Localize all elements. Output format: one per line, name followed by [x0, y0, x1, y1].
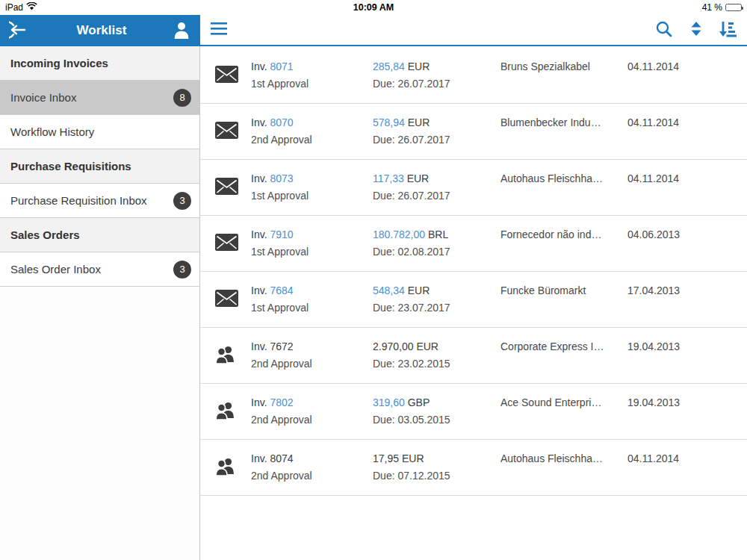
due-prefix: Due:	[373, 78, 395, 90]
invoice-amount[interactable]: 319,60	[373, 396, 405, 408]
invoice-id-cell: Inv. 8071 1st Approval	[251, 58, 373, 93]
row-icon-cell	[215, 457, 251, 479]
inv-prefix: Inv.	[251, 340, 267, 352]
invoice-id-cell: Inv. 7684 1st Approval	[251, 282, 373, 317]
vendor-cell: Autohaus Fleischha…	[500, 170, 627, 205]
sidebar-item-label: Purchase Requisition Inbox	[10, 194, 147, 207]
vendor-name: Ace Sound Enterpri…	[500, 394, 627, 411]
sidebar-items: Incoming Invoices Invoice Inbox 8 Workfl…	[0, 46, 199, 287]
currency-code: BRL	[428, 228, 448, 240]
due-prefix: Due:	[373, 134, 395, 146]
date-cell: 04.11.2014	[627, 58, 747, 93]
people-icon	[215, 345, 235, 367]
due-date: 03.05.2015	[397, 414, 450, 426]
due-prefix: Due:	[373, 414, 395, 426]
count-badge: 3	[173, 192, 191, 210]
invoice-row[interactable]: Inv. 7684 1st Approval 548,34 EUR Due: 2…	[200, 272, 747, 328]
amount-cell: 285,84 EUR Due: 26.07.2017	[373, 58, 500, 93]
invoice-number[interactable]: 7684	[270, 284, 293, 296]
amount-cell: 17,95 EUR Due: 07.12.2015	[373, 450, 500, 485]
invoice-number[interactable]: 8070	[270, 116, 293, 128]
row-icon-cell	[215, 66, 251, 86]
search-button[interactable]	[655, 20, 673, 40]
invoice-amount[interactable]: 2.970,00	[373, 340, 414, 352]
invoice-row[interactable]: Inv. 7802 2nd Approval 319,60 GBP Due: 0…	[200, 384, 747, 440]
sidebar-item-invoice-inbox[interactable]: Invoice Inbox 8	[0, 81, 199, 115]
sidebar-section-header: Purchase Requisitions	[0, 149, 199, 184]
approval-stage: 2nd Approval	[251, 355, 373, 373]
sidebar-section-header: Sales Orders	[0, 218, 199, 252]
sidebar: Worklist Incoming Invoices Invoice Inbox…	[0, 15, 200, 560]
invoice-row[interactable]: Inv. 8070 2nd Approval 578,94 EUR Due: 2…	[200, 104, 747, 160]
envelope-icon	[215, 234, 238, 254]
vendor-cell: Autohaus Fleischha…	[500, 450, 627, 485]
back-icon	[9, 19, 31, 43]
user-button[interactable]	[172, 19, 191, 43]
screen: iPad 10:09 AM 41 %	[0, 0, 747, 560]
due-date: 26.07.2017	[397, 134, 450, 146]
invoice-number[interactable]: 8074	[270, 452, 293, 464]
invoice-row[interactable]: Inv. 8074 2nd Approval 17,95 EUR Due: 07…	[200, 440, 747, 496]
amount-cell: 2.970,00 EUR Due: 23.02.2015	[373, 338, 500, 373]
inv-prefix: Inv.	[251, 116, 267, 128]
invoice-id-cell: Inv. 8074 2nd Approval	[251, 450, 373, 485]
vendor-name: Funcke Büromarkt	[500, 282, 627, 299]
sidebar-header: Worklist	[0, 15, 200, 46]
invoice-id-cell: Inv. 7910 1st Approval	[251, 226, 373, 261]
date-cell: 04.11.2014	[627, 114, 747, 149]
vendor-name: Blumenbecker Indu…	[500, 114, 627, 131]
vendor-name: Autohaus Fleischha…	[500, 170, 627, 187]
due-date: 23.07.2017	[397, 302, 450, 314]
row-icon-cell	[215, 401, 251, 423]
invoice-amount[interactable]: 117,33	[373, 172, 404, 184]
inv-prefix: Inv.	[251, 228, 267, 240]
sidebar-item-sales-order-inbox[interactable]: Sales Order Inbox 3	[0, 252, 199, 287]
invoice-number[interactable]: 7910	[270, 228, 293, 240]
invoice-number[interactable]: 7802	[270, 396, 293, 408]
envelope-icon	[215, 66, 238, 86]
invoice-row[interactable]: Inv. 8073 1st Approval 117,33 EUR Due: 2…	[200, 160, 747, 216]
hamburger-icon	[211, 22, 227, 37]
sort-button[interactable]	[719, 21, 737, 40]
currency-code: EUR	[416, 340, 438, 352]
amount-cell: 548,34 EUR Due: 23.07.2017	[373, 282, 500, 317]
group-button[interactable]	[691, 21, 701, 39]
currency-code: EUR	[408, 284, 430, 296]
sidebar-item-label: Invoice Inbox	[10, 91, 76, 104]
approval-stage: 2nd Approval	[251, 131, 373, 149]
inv-prefix: Inv.	[251, 452, 267, 464]
row-icon-cell	[215, 178, 251, 198]
invoice-number[interactable]: 8073	[270, 172, 293, 184]
vendor-cell: Fornecedor não ind…	[500, 226, 627, 261]
approval-stage: 2nd Approval	[251, 467, 373, 485]
invoice-row[interactable]: Inv. 8071 1st Approval 285,84 EUR Due: 2…	[200, 48, 747, 104]
invoice-amount[interactable]: 285,84	[373, 60, 405, 72]
invoice-number[interactable]: 8071	[270, 60, 293, 72]
sidebar-item-purchase-requisition-inbox[interactable]: Purchase Requisition Inbox 3	[0, 184, 199, 218]
invoice-amount[interactable]: 548,34	[373, 284, 405, 296]
vendor-name: Bruns Spezialkabel	[500, 58, 627, 75]
approval-stage: 1st Approval	[251, 75, 373, 93]
sidebar-item-workflow-history[interactable]: Workflow History	[0, 115, 199, 149]
invoice-amount[interactable]: 180.782,00	[373, 228, 425, 240]
document-date: 17.04.2013	[627, 282, 747, 299]
people-icon	[215, 401, 235, 423]
menu-button[interactable]	[211, 22, 227, 37]
invoice-id-cell: Inv. 8070 2nd Approval	[251, 114, 373, 149]
invoice-row[interactable]: Inv. 7910 1st Approval 180.782,00 BRL Du…	[200, 216, 747, 272]
invoice-row[interactable]: Inv. 7672 2nd Approval 2.970,00 EUR Due:…	[200, 328, 747, 384]
invoice-id-cell: Inv. 7802 2nd Approval	[251, 394, 373, 429]
sidebar-item-label: Sales Order Inbox	[10, 263, 101, 276]
invoice-number[interactable]: 7672	[270, 340, 293, 352]
due-date: 26.07.2017	[397, 190, 450, 202]
sort-descending-icon	[719, 21, 737, 40]
invoice-amount[interactable]: 578,94	[373, 116, 405, 128]
vendor-cell: Corporate Express I…	[500, 338, 627, 373]
currency-code: EUR	[408, 116, 430, 128]
expand-collapse-icon	[691, 21, 701, 39]
sidebar-section-header: Incoming Invoices	[0, 46, 199, 81]
clock: 10:09 AM	[0, 2, 747, 13]
invoice-amount[interactable]: 17,95	[373, 452, 399, 464]
back-button[interactable]	[9, 19, 31, 43]
sidebar-section-label: Sales Orders	[10, 228, 80, 241]
